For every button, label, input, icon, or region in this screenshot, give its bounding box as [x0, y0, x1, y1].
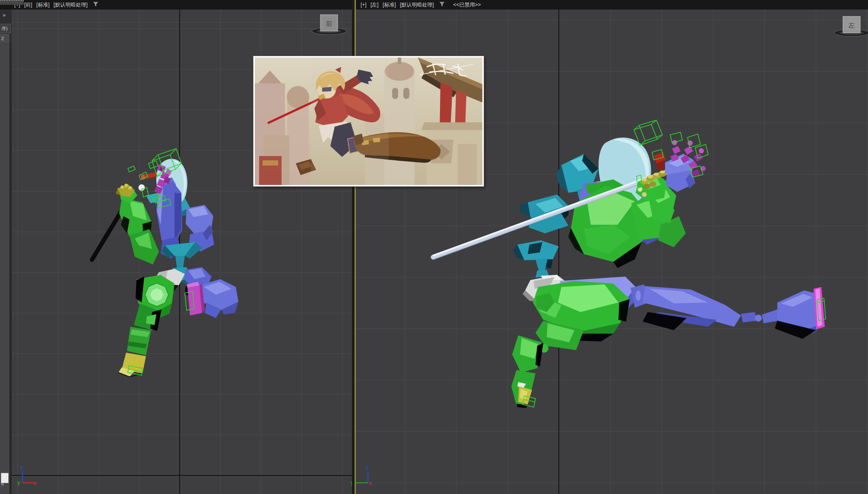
viewcube-front[interactable]: 前 — [309, 11, 349, 36]
reference-artwork — [255, 57, 482, 185]
viewport-menu-pov[interactable]: [前] — [24, 2, 32, 8]
viewport-front-label-bar: [+] [前] [标准] [默认明暗处理] — [0, 0, 352, 10]
toolbar-fragment — [0, 0, 24, 5]
expand-chevrons-bottom[interactable]: » — [1, 481, 4, 487]
viewcube-face-label: 左 — [849, 22, 855, 29]
per-view-filter-icon[interactable] — [439, 0, 445, 10]
cutoff-button-1[interactable]: 序) — [0, 24, 11, 33]
world-y-axis-line-right — [558, 10, 559, 494]
viewport-menu-shading[interactable]: [默认明暗处理] — [54, 2, 88, 8]
per-view-filter-icon[interactable] — [93, 0, 98, 10]
expand-chevrons-top[interactable]: » — [3, 12, 6, 18]
ground-line — [12, 475, 352, 476]
cutoff-button-2[interactable]: 2 — [0, 34, 9, 43]
max-workspace: [+] [前] [标准] [默认明暗处理] 前 [+] [左] — [0, 0, 868, 494]
viewport-menu-general[interactable]: [+] — [361, 2, 367, 8]
viewport-menu-pov[interactable]: [左] — [371, 2, 379, 8]
viewport-disabled-badge[interactable]: <<已禁用>> — [453, 2, 481, 8]
panel-separator — [10, 43, 12, 494]
reference-image-window[interactable] — [253, 56, 484, 187]
viewport-menu-renderlevel[interactable]: [标准] — [383, 2, 396, 8]
viewport-menu-renderlevel[interactable]: [标准] — [36, 2, 50, 8]
viewport-menu-shading[interactable]: [默认明暗处理] — [400, 2, 434, 8]
world-y-axis-line — [179, 10, 180, 494]
viewcube-face-label: 前 — [326, 20, 333, 27]
docked-panel-edge — [0, 43, 10, 494]
viewcube-left[interactable]: 左 — [832, 13, 868, 38]
viewport-left-label-bar: [+] [左] [标准] [默认明暗处理] <<已禁用>> — [356, 0, 868, 10]
